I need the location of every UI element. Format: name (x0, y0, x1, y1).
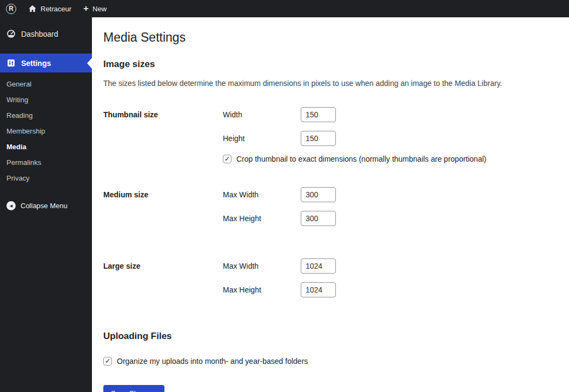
collapse-menu-label: Collapse Menu (21, 202, 68, 210)
large-max-width-input[interactable] (301, 258, 336, 274)
adminbar-site-name: Retraceur (41, 5, 71, 13)
adminbar-new-button[interactable]: + New (77, 0, 113, 17)
admin-bar: R Retraceur + New (0, 0, 569, 17)
page-title: Media Settings (103, 30, 556, 46)
sidebar-item-label: Settings (21, 59, 51, 68)
submenu-item-media[interactable]: Media (0, 139, 92, 155)
dashboard-gauge-icon (6, 29, 16, 38)
check-icon: ✓ (224, 156, 230, 162)
medium-size-label: Medium size (103, 187, 223, 235)
submenu-item-privacy[interactable]: Privacy (0, 170, 92, 186)
image-sizes-description: The sizes listed below determine the max… (103, 78, 556, 89)
organize-uploads-label: Organize my uploads into month- and year… (117, 357, 308, 366)
large-max-width-label: Max Width (223, 262, 301, 270)
current-menu-arrow (87, 58, 92, 69)
page-frame: Dashboard Settings General Writing Readi… (0, 0, 569, 392)
thumbnail-height-input[interactable] (301, 131, 336, 146)
crop-thumbnail-label: Crop thumbnail to exact dimensions (norm… (236, 155, 486, 163)
submenu-item-reading[interactable]: Reading (0, 108, 92, 123)
settings-submenu: General Writing Reading Membership Media… (0, 72, 92, 191)
collapse-menu-button[interactable]: ◀ Collapse Menu (0, 196, 92, 216)
submenu-item-permalinks[interactable]: Permalinks (0, 155, 92, 170)
medium-max-width-label: Max Width (223, 190, 301, 199)
sidebar-item-dashboard[interactable]: Dashboard (0, 24, 92, 43)
plus-icon: + (83, 4, 89, 13)
organize-uploads-checkbox[interactable]: ✓ (103, 357, 112, 366)
adminbar-new-label: New (92, 5, 107, 13)
crop-thumbnail-checkbox[interactable]: ✓ (223, 155, 231, 163)
check-icon: ✓ (105, 358, 110, 364)
thumbnail-size-row: Thumbnail size Width Height ✓ Crop (103, 107, 556, 163)
large-max-height-input[interactable] (301, 282, 336, 297)
main-content: Media Settings Image sizes The sizes lis… (92, 17, 569, 392)
image-sizes-form: Thumbnail size Width Height ✓ Crop (103, 107, 556, 306)
home-icon (28, 4, 37, 13)
adminbar-site-link[interactable]: Retraceur (22, 0, 77, 17)
admin-sidebar: Dashboard Settings General Writing Readi… (0, 17, 92, 392)
thumbnail-height-label: Height (223, 134, 301, 143)
thumbnail-width-label: Width (223, 110, 301, 119)
thumbnail-size-label: Thumbnail size (103, 107, 223, 163)
medium-max-height-input[interactable] (301, 211, 336, 226)
save-changes-button[interactable]: Save Changes (103, 385, 164, 392)
uploading-files-heading: Uploading Files (103, 331, 556, 342)
medium-max-width-input[interactable] (301, 187, 336, 202)
adminbar-logo-menu[interactable]: R (0, 0, 22, 17)
medium-max-height-label: Max Height (223, 214, 301, 223)
medium-size-row: Medium size Max Width Max Height (103, 187, 556, 235)
sidebar-item-settings[interactable]: Settings (0, 54, 92, 72)
sidebar-item-label: Dashboard (21, 30, 58, 38)
submenu-item-membership[interactable]: Membership (0, 123, 92, 139)
submenu-item-general[interactable]: General (0, 76, 92, 92)
retraceur-logo-icon: R (6, 4, 16, 14)
image-sizes-heading: Image sizes (103, 59, 556, 70)
thumbnail-width-input[interactable] (301, 107, 336, 122)
large-size-row: Large size Max Width Max Height (103, 258, 556, 306)
large-size-label: Large size (103, 258, 223, 306)
submenu-item-writing[interactable]: Writing (0, 92, 92, 108)
settings-sliders-icon (6, 58, 16, 68)
collapse-arrow-icon: ◀ (6, 201, 16, 210)
large-max-height-label: Max Height (223, 285, 301, 294)
